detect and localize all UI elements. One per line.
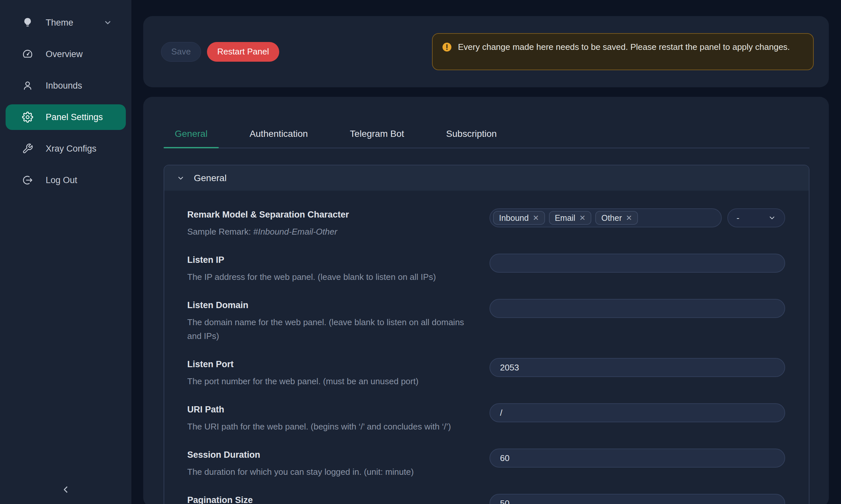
chevron-left-icon [60,484,71,495]
sidebar-collapse-button[interactable] [59,483,72,496]
sidebar-item-label: Panel Settings [46,112,103,122]
warning-icon [442,42,452,52]
sidebar-item-label: Inbounds [46,81,82,91]
form-row-listen-domain: Listen Domain The domain name for the we… [187,299,785,343]
field-label: Listen Port [187,358,476,371]
tab-authentication[interactable]: Authentication [239,128,319,148]
restart-panel-button[interactable]: Restart Panel [207,42,279,62]
tag-label: Email [555,213,576,223]
field-label: Session Duration [187,449,476,461]
gauge-icon [22,49,33,60]
sidebar-item-log-out[interactable]: Log Out [5,167,126,193]
form-row-listen-port: Listen Port The port number for the web … [187,358,785,388]
separator-value: - [737,213,739,223]
field-label: Remark Model & Separation Character [187,209,476,221]
tab-telegram-bot[interactable]: Telegram Bot [339,128,415,148]
separator-select[interactable]: - [727,209,785,228]
tag-chip[interactable]: Inbound ✕ [493,211,545,225]
tag-chip[interactable]: Email ✕ [549,211,591,225]
field-description: Sample Remark: #Inbound-Email-Other [187,225,476,238]
general-form: Remark Model & Separation Character Samp… [164,191,809,504]
restart-warning-alert: Every change made here needs to be saved… [432,33,814,70]
general-collapse-panel: General Remark Model & Separation Charac… [164,165,809,504]
field-description: The domain name for the web panel. (leav… [187,315,476,343]
session-duration-input[interactable] [490,449,785,468]
field-description: The port number for the web panel. (must… [187,374,476,388]
user-icon [22,80,33,91]
sample-remark-prefix: Sample Remark: [187,227,253,237]
field-description: The URI path for the web panel. (begins … [187,420,476,433]
sidebar-item-overview[interactable]: Overview [5,41,126,67]
close-icon[interactable]: ✕ [579,214,585,222]
pagination-size-input[interactable] [490,494,785,504]
sample-remark-value: #Inbound-Email-Other [253,227,337,237]
logout-icon [22,175,33,186]
toolbar-card: Save Restart Panel Every change made her… [143,16,829,87]
tag-label: Other [601,213,622,223]
sidebar-item-panel-settings[interactable]: Panel Settings [5,104,126,130]
sidebar-item-inbounds[interactable]: Inbounds [5,73,126,98]
sidebar: Theme Overview Inbounds [0,0,132,504]
listen-ip-input[interactable] [490,254,785,273]
uri-path-input[interactable] [490,403,785,422]
remark-model-tags-input[interactable]: Inbound ✕ Email ✕ Other ✕ [490,209,722,228]
settings-card: General Authentication Telegram Bot Subs… [143,97,829,504]
field-description: The duration for which you can stay logg… [187,465,476,479]
section-title: General [194,173,227,183]
sidebar-item-label: Overview [46,49,83,59]
gear-icon [22,111,33,123]
chevron-down-icon [103,18,112,27]
tab-general[interactable]: General [164,128,219,148]
form-row-listen-ip: Listen IP The IP address for the web pan… [187,254,785,284]
listen-domain-input[interactable] [490,299,785,318]
field-description: The IP address for the web panel. (leave… [187,270,476,284]
sidebar-item-label: Theme [46,18,73,28]
field-label: Pagination Size [187,494,476,504]
sidebar-item-label: Log Out [46,175,77,185]
close-icon[interactable]: ✕ [533,214,539,222]
main-content: Save Restart Panel Every change made her… [143,0,829,504]
chevron-down-icon [768,214,776,222]
tag-label: Inbound [499,213,529,223]
sidebar-item-label: Xray Configs [46,144,97,154]
alert-text: Every change made here needs to be saved… [458,40,790,54]
close-icon[interactable]: ✕ [626,214,632,222]
listen-port-input[interactable] [490,358,785,377]
chevron-down-icon [177,174,185,182]
sidebar-item-xray-configs[interactable]: Xray Configs [5,136,126,161]
form-row-session-duration: Session Duration The duration for which … [187,449,785,479]
form-row-uri-path: URI Path The URI path for the web panel.… [187,403,785,433]
general-collapse-header[interactable]: General [164,165,809,191]
field-label: Listen Domain [187,299,476,311]
tab-subscription[interactable]: Subscription [435,128,508,148]
bulb-icon [22,17,33,28]
sidebar-item-theme[interactable]: Theme [5,10,126,35]
tag-chip[interactable]: Other ✕ [595,211,638,225]
settings-tabs: General Authentication Telegram Bot Subs… [164,97,809,148]
field-label: URI Path [187,403,476,416]
form-row-remark: Remark Model & Separation Character Samp… [187,209,785,238]
form-row-pagination-size: Pagination Size [187,494,785,504]
field-label: Listen IP [187,254,476,266]
wrench-icon [22,143,33,154]
save-button[interactable]: Save [161,42,201,62]
